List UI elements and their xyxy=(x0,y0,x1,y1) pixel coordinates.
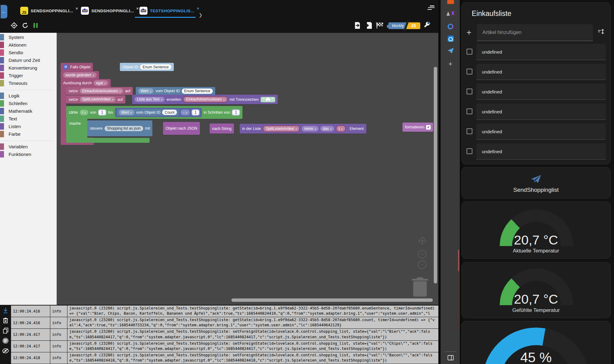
games-icon[interactable]: ♟♜ xyxy=(441,10,460,18)
block-list-from-text[interactable]: Liste aus Text erstellen EinkaufslisteAu… xyxy=(132,95,278,104)
ack-dropdown[interactable]: egal xyxy=(93,80,108,85)
variable-dropdown[interactable]: SplitListeInArtikel xyxy=(80,97,116,102)
menu-icon[interactable] xyxy=(427,6,435,11)
category-konvertierung[interactable]: Konvertierung xyxy=(0,64,37,71)
variable-get-block[interactable]: SplitListeInArtikel xyxy=(263,125,300,132)
tab-testshoppingliste[interactable]: TESTSHOPPINGLIS... × xyxy=(139,6,199,16)
blockly-js-toggle[interactable]: blockly JS xyxy=(388,22,420,30)
log-output[interactable]: 12:00:24.416 info javascript.0 (23280) s… xyxy=(11,305,438,364)
category-aktionen[interactable]: Aktionen xyxy=(0,41,26,48)
close-icon[interactable]: × xyxy=(136,6,139,11)
operand-field[interactable]: 1 xyxy=(192,109,200,116)
object-id-field[interactable]: Count xyxy=(162,110,177,115)
sort-icon[interactable] xyxy=(597,29,605,35)
list-item[interactable]: undefined xyxy=(476,64,606,80)
add-item-input[interactable]: Artikel hinzufügen xyxy=(477,24,593,41)
block-math-subtract[interactable]: Wert vom Objekt ID Count - 1 xyxy=(115,108,202,117)
category-variablen[interactable]: Variablen xyxy=(0,143,28,150)
category-farbe[interactable]: Farbe xyxy=(0,131,21,137)
category-mathematik[interactable]: Mathematik xyxy=(0,108,32,114)
copy-log-icon[interactable] xyxy=(2,327,10,335)
loop-step-field[interactable]: 1 xyxy=(232,109,240,116)
block-get-value-2[interactable]: Wert vom Objekt ID Count xyxy=(117,109,179,116)
log-row[interactable]: 12:00:24.416 info javascript.0 (23280) s… xyxy=(11,317,438,329)
log-level-filter-icon[interactable] xyxy=(2,337,10,345)
tab-sendshoppinglist-blockly[interactable]: SENDSHOPPINGLI... × xyxy=(81,6,139,16)
export-blocks-icon[interactable] xyxy=(353,21,362,30)
outlook-icon[interactable] xyxy=(441,35,460,42)
category-datum-zeit[interactable]: Datum und Zeit xyxy=(0,57,40,63)
blockly-toggle-label[interactable]: blockly xyxy=(388,22,406,29)
separator-field[interactable]: , xyxy=(266,98,270,101)
close-icon[interactable]: × xyxy=(76,6,78,11)
changed-dropdown[interactable]: wurde geändert xyxy=(63,72,97,78)
zoom-in-icon[interactable]: + xyxy=(418,250,426,259)
block-set-variable-2[interactable]: setze SplitListeInArtikel auf xyxy=(66,95,125,104)
list-mode-dropdown[interactable]: Liste aus Text xyxy=(135,97,165,102)
send-icon[interactable] xyxy=(531,174,542,184)
loop-start-field[interactable]: 1 xyxy=(98,109,106,116)
zoom-reset-icon[interactable] xyxy=(418,236,427,245)
variable-get-block[interactable]: EinkaufslisteAuslesen xyxy=(183,96,228,103)
index-variable-block[interactable]: i xyxy=(336,125,346,132)
block-list-get-element[interactable]: in der Liste SplitListeInArtikel nimm da… xyxy=(240,124,366,134)
item-checkbox[interactable] xyxy=(467,89,472,94)
send-shoppinglist-card[interactable]: SendShoppinglist xyxy=(461,167,611,199)
send-button-label[interactable]: SendShoppinglist xyxy=(462,187,610,193)
category-timeouts[interactable]: Timeouts xyxy=(0,80,27,86)
category-system[interactable]: System xyxy=(0,34,24,40)
list-item[interactable]: undefined xyxy=(476,143,606,160)
list-item[interactable]: undefined xyxy=(476,104,606,120)
item-checkbox[interactable] xyxy=(467,128,472,134)
control-object-id-field[interactable]: Shopping list as json xyxy=(105,126,143,131)
download-log-icon[interactable] xyxy=(2,306,10,314)
object-id-field[interactable]: Enum Sentence xyxy=(140,64,171,70)
collapse-sidebar-button[interactable]: ← xyxy=(1,5,7,18)
log-row[interactable]: 12:00:24.417 info javascript.0 (23280) s… xyxy=(11,341,438,352)
variable-dropdown[interactable]: EinkaufslisteAuslesen xyxy=(80,88,123,93)
blockly-workspace[interactable]: ⚙ Falls Objekt Objekt ID Enum Sentence w… xyxy=(57,33,438,305)
check-blocks-flag-icon[interactable] xyxy=(376,21,384,30)
js-toggle-label[interactable]: JS xyxy=(406,22,420,29)
refresh-icon[interactable] xyxy=(21,21,29,30)
settings-wrench-icon[interactable] xyxy=(422,21,431,30)
add-sidebar-item-icon[interactable]: + xyxy=(441,60,460,68)
get-mode-dropdown[interactable]: nimm xyxy=(302,126,318,131)
block-format-option[interactable]: formatieren ✓ xyxy=(402,123,433,132)
category-trigger[interactable]: Trigger xyxy=(0,72,23,79)
block-trigger-row-ack[interactable]: Auslösung durch egal xyxy=(61,79,111,87)
item-checkbox[interactable] xyxy=(467,69,472,74)
item-checkbox[interactable] xyxy=(467,49,472,55)
list-item[interactable]: undefined xyxy=(476,44,606,60)
log-row[interactable]: 12:00:24.418 info javascript.0 (23280) s… xyxy=(11,352,438,364)
block-trigger-on-change[interactable]: ⚙ Falls Objekt xyxy=(61,63,93,71)
category-sendto[interactable]: Sendto xyxy=(0,49,23,56)
block-set-variable-1[interactable]: setze EinkaufslisteAuslesen auf xyxy=(66,87,133,95)
zoom-out-icon[interactable]: − xyxy=(418,260,426,269)
telegram-icon[interactable] xyxy=(441,47,460,54)
clear-log-trash-icon[interactable] xyxy=(2,317,10,324)
category-text[interactable]: Text xyxy=(0,115,17,122)
loop-variable-dropdown[interactable]: i xyxy=(80,110,88,115)
horizontal-scrollbar[interactable] xyxy=(231,298,433,302)
list-item[interactable]: undefined xyxy=(476,123,606,140)
log-row[interactable]: 12:00:24.417 info javascript.0 (23280) s… xyxy=(11,329,438,340)
item-checkbox[interactable] xyxy=(467,148,472,154)
category-logik[interactable]: Logik xyxy=(0,92,20,99)
attribute-dropdown[interactable]: Wert xyxy=(138,88,154,93)
format-checkbox[interactable]: ✓ xyxy=(426,125,431,130)
import-blocks-icon[interactable] xyxy=(364,21,373,30)
loop-icon[interactable] xyxy=(441,23,460,30)
block-control-state[interactable]: steuere Shopping list as json mit xyxy=(87,120,152,136)
close-icon[interactable]: × xyxy=(197,6,199,11)
operator-dropdown[interactable]: - xyxy=(181,110,189,115)
locate-block-icon[interactable] xyxy=(10,21,18,30)
panel-toggle-icon[interactable] xyxy=(441,354,460,361)
block-count-loop[interactable]: zähle i von 1 bis Wert vom Objekt ID Cou… xyxy=(66,106,242,119)
block-to-string[interactable]: nach String xyxy=(210,123,234,134)
object-id-field[interactable]: Enum Sentence xyxy=(182,89,213,94)
eye-off-icon[interactable] xyxy=(2,347,10,355)
attribute-dropdown[interactable]: Wert xyxy=(119,110,134,115)
trash-icon[interactable] xyxy=(413,281,427,297)
pause-icon[interactable] xyxy=(31,21,40,30)
